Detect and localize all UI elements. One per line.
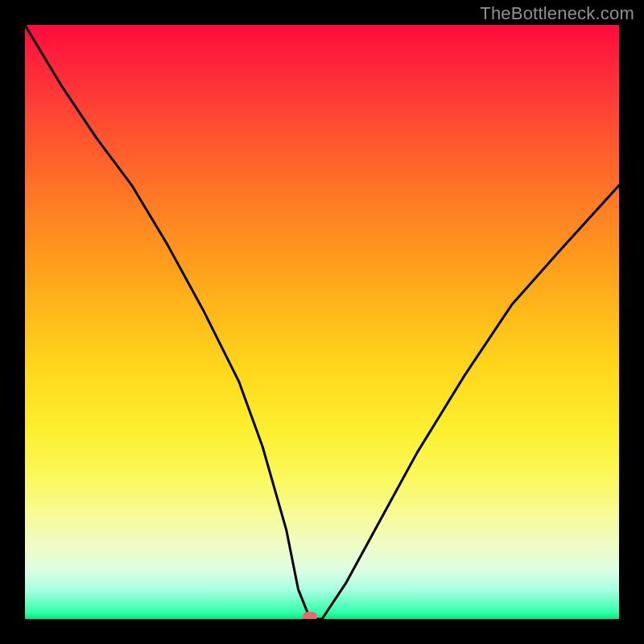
bottleneck-curve [25,25,619,619]
optimal-point-marker [303,612,317,619]
watermark-text: TheBottleneck.com [480,3,634,24]
chart-frame: { "watermark": "TheBottleneck.com", "cha… [0,0,644,644]
plot-area [25,25,619,619]
